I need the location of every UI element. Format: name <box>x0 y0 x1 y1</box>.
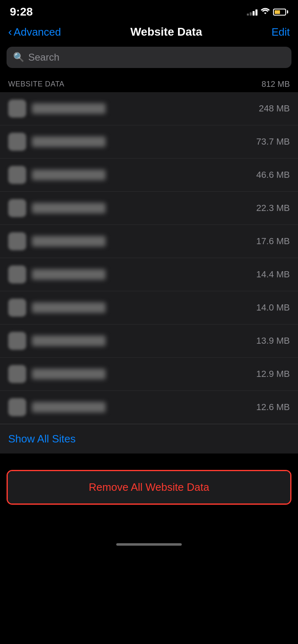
site-name <box>32 302 106 313</box>
remove-button-label: Remove All Website Data <box>89 481 209 493</box>
site-icon <box>8 133 26 151</box>
list-item[interactable]: 73.7 MB <box>0 125 298 159</box>
separator <box>0 454 298 470</box>
site-size: 14.0 MB <box>256 302 290 313</box>
chevron-left-icon: ‹ <box>8 26 12 38</box>
remove-all-button[interactable]: Remove All Website Data <box>8 471 290 503</box>
site-name <box>32 103 106 114</box>
site-name <box>32 336 106 346</box>
list-item[interactable]: 17.6 MB <box>0 225 298 258</box>
list-item[interactable]: 14.0 MB <box>0 291 298 324</box>
site-name <box>32 136 106 147</box>
list-item[interactable]: 14.4 MB <box>0 258 298 291</box>
site-icon <box>8 166 26 184</box>
remove-section: Remove All Website Data <box>0 470 298 505</box>
status-time: 9:28 <box>10 5 33 18</box>
site-icon <box>8 299 26 317</box>
page-title: Website Data <box>130 25 202 39</box>
site-size: 14.4 MB <box>256 269 290 280</box>
site-name <box>32 402 106 413</box>
site-size: 12.9 MB <box>256 369 290 379</box>
back-button[interactable]: ‹ Advanced <box>8 26 61 39</box>
site-size: 13.9 MB <box>256 336 290 346</box>
status-bar: 9:28 <box>0 0 298 22</box>
search-container: 🔍 Search <box>0 43 298 73</box>
site-size: 73.7 MB <box>256 136 290 147</box>
list-item[interactable]: 46.6 MB <box>0 159 298 192</box>
site-icon <box>8 332 26 350</box>
section-label: WEBSITE DATA <box>8 80 64 88</box>
site-size: 248 MB <box>259 103 290 114</box>
list-item[interactable]: 12.6 MB <box>0 391 298 424</box>
search-bar[interactable]: 🔍 Search <box>7 47 291 68</box>
site-icon <box>8 265 26 283</box>
status-icons <box>247 8 288 16</box>
edit-button[interactable]: Edit <box>271 26 290 39</box>
site-icon <box>8 232 26 250</box>
site-name <box>32 170 106 180</box>
site-icon <box>8 398 26 416</box>
home-indicator <box>116 543 182 546</box>
remove-button-wrapper: Remove All Website Data <box>7 470 291 505</box>
section-total: 812 MB <box>262 79 290 89</box>
search-input[interactable]: Search <box>28 52 59 63</box>
bottom-area <box>0 505 298 554</box>
back-label: Advanced <box>14 26 61 39</box>
site-icon <box>8 199 26 217</box>
battery-icon <box>273 9 288 16</box>
site-name <box>32 203 106 213</box>
search-icon: 🔍 <box>13 52 24 63</box>
site-name <box>32 269 106 280</box>
wifi-icon <box>261 8 270 16</box>
nav-bar: ‹ Advanced Website Data Edit <box>0 22 298 43</box>
site-name <box>32 236 106 247</box>
list-item[interactable]: 13.9 MB <box>0 324 298 358</box>
website-data-list: 248 MB 73.7 MB 46.6 MB 22.3 MB 17.6 MB <box>0 92 298 454</box>
site-size: 46.6 MB <box>256 170 290 180</box>
list-item[interactable]: 12.9 MB <box>0 358 298 391</box>
site-name <box>32 369 106 379</box>
site-size: 22.3 MB <box>256 203 290 213</box>
site-size: 17.6 MB <box>256 236 290 247</box>
site-icon <box>8 365 26 383</box>
list-item[interactable]: 22.3 MB <box>0 192 298 225</box>
show-all-sites-row[interactable]: Show All Sites <box>0 424 298 454</box>
show-all-label[interactable]: Show All Sites <box>8 433 76 445</box>
signal-bars-icon <box>247 8 257 16</box>
section-header: WEBSITE DATA 812 MB <box>0 73 298 92</box>
list-item[interactable]: 248 MB <box>0 92 298 125</box>
site-size: 12.6 MB <box>256 402 290 413</box>
site-icon <box>8 100 26 118</box>
